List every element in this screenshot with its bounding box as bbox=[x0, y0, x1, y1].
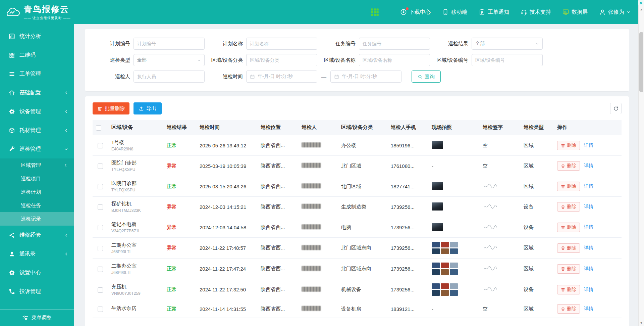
inspect-result-select[interactable]: 全部 bbox=[472, 38, 543, 50]
sidebar-item-settings[interactable]: 设置中心 bbox=[0, 263, 74, 282]
sidebar-item-device[interactable]: 设备管理 bbox=[0, 102, 74, 121]
photo-thumb[interactable] bbox=[432, 248, 440, 254]
row-checkbox[interactable] bbox=[98, 287, 103, 293]
app-logo[interactable]: 青鸟报修云 —— 让企业维保更及时 —— bbox=[0, 4, 77, 20]
device-no-input[interactable] bbox=[472, 54, 543, 66]
detail-link[interactable]: 详情 bbox=[584, 204, 593, 209]
detail-link[interactable]: 详情 bbox=[584, 224, 593, 230]
delete-button[interactable]: 删除 bbox=[557, 182, 580, 191]
sidebar-item-contacts[interactable]: 通讯录 bbox=[0, 244, 74, 263]
sidebar-item-inspection[interactable]: 巡检管理 bbox=[0, 140, 74, 158]
sidebar-item-stats[interactable]: 统计分析 bbox=[0, 27, 74, 46]
search-button[interactable]: 查询 bbox=[412, 71, 441, 83]
detail-link[interactable]: 详情 bbox=[584, 266, 593, 271]
sidebar-subitem-inspect-records[interactable]: 巡检记录 bbox=[0, 212, 74, 226]
device-category-input[interactable] bbox=[246, 54, 317, 66]
photo-thumbnail[interactable] bbox=[432, 202, 443, 211]
row-checkbox[interactable] bbox=[98, 143, 103, 148]
photo-thumb[interactable] bbox=[432, 290, 440, 296]
batch-delete-button[interactable]: 批量删除 bbox=[93, 102, 129, 114]
delete-button[interactable]: 删除 bbox=[557, 202, 580, 212]
photo-thumb[interactable] bbox=[450, 269, 458, 275]
detail-link[interactable]: 详情 bbox=[584, 306, 593, 311]
photo-thumb[interactable] bbox=[441, 283, 449, 289]
nav-download-center[interactable]: 下载中心 bbox=[400, 9, 431, 16]
photo-thumb[interactable] bbox=[450, 248, 458, 254]
detail-link[interactable]: 详情 bbox=[584, 183, 593, 189]
row-checkbox[interactable] bbox=[98, 267, 103, 272]
photo-thumbnail[interactable] bbox=[432, 182, 443, 190]
refresh-button[interactable] bbox=[610, 103, 622, 114]
sidebar-item-complaints[interactable]: 投诉管理 bbox=[0, 282, 74, 301]
filter-label: 巡检时间 bbox=[207, 74, 243, 80]
row-checkbox[interactable] bbox=[98, 307, 103, 312]
photo-thumb[interactable] bbox=[432, 263, 440, 268]
photo-thumb[interactable] bbox=[450, 263, 458, 268]
page-scrollbar[interactable]: ▲ ▼ bbox=[638, 0, 644, 326]
scroll-up-arrow[interactable]: ▲ bbox=[639, 6, 644, 12]
photo-thumbnails[interactable] bbox=[432, 242, 458, 254]
photo-thumb[interactable] bbox=[432, 242, 440, 247]
photo-thumbnails[interactable] bbox=[432, 263, 458, 275]
inspect-type-select[interactable]: 全部 bbox=[133, 54, 205, 66]
photo-thumb[interactable] bbox=[441, 263, 449, 268]
sidebar-item-consumable[interactable]: 耗材管理 bbox=[0, 121, 74, 140]
photo-thumbnail[interactable] bbox=[432, 223, 443, 231]
detail-link[interactable]: 详情 bbox=[584, 163, 593, 168]
nav-user[interactable]: 张修为 bbox=[599, 9, 631, 16]
sidebar-subitem-inspect-items[interactable]: 巡检项目 bbox=[0, 172, 74, 185]
sidebar-item-workorder[interactable]: 工单管理 bbox=[0, 64, 74, 83]
inspector-input[interactable] bbox=[133, 71, 205, 83]
inspect-time-start-input[interactable]: 年-月-日 时:分:秒 bbox=[246, 71, 317, 83]
device-name-input[interactable] bbox=[359, 54, 430, 66]
menu-adjust-button[interactable]: 菜单调整 bbox=[0, 309, 74, 326]
sidebar-subitem-inspect-tasks[interactable]: 巡检任务 bbox=[0, 199, 74, 212]
photo-thumb[interactable] bbox=[441, 242, 449, 247]
row-checkbox[interactable] bbox=[98, 164, 103, 169]
delete-button[interactable]: 删除 bbox=[557, 223, 580, 232]
photo-thumbnail[interactable] bbox=[432, 141, 443, 149]
close-icon[interactable]: ✕ bbox=[638, 0, 643, 5]
sidebar-item-qrcode[interactable]: 二维码 bbox=[0, 46, 74, 64]
row-checkbox[interactable] bbox=[98, 184, 103, 189]
photo-thumb[interactable] bbox=[432, 283, 440, 289]
photo-thumb[interactable] bbox=[441, 290, 449, 296]
delete-button[interactable]: 删除 bbox=[557, 161, 580, 171]
select-all-checkbox[interactable] bbox=[96, 125, 101, 131]
sidebar-item-base-config[interactable]: 基础配置 bbox=[0, 83, 74, 102]
nav-workorder-notice[interactable]: 工单通知 bbox=[479, 9, 509, 16]
photo-thumb[interactable] bbox=[441, 269, 449, 275]
scroll-down-arrow[interactable]: ▼ bbox=[639, 320, 644, 326]
row-checkbox[interactable] bbox=[98, 246, 103, 251]
delete-button[interactable]: 删除 bbox=[557, 264, 580, 274]
photo-thumb[interactable] bbox=[450, 283, 458, 289]
detail-link[interactable]: 详情 bbox=[584, 245, 593, 250]
photo-thumb[interactable] bbox=[441, 248, 449, 254]
delete-button[interactable]: 删除 bbox=[557, 304, 580, 314]
sidebar-item-repair-exp[interactable]: 维修经验 bbox=[0, 226, 74, 244]
detail-link[interactable]: 详情 bbox=[584, 287, 593, 292]
device-code: J68P93LTI bbox=[111, 249, 160, 254]
row-checkbox[interactable] bbox=[98, 204, 103, 210]
sidebar-subitem-inspect-plans[interactable]: 巡检计划 bbox=[0, 185, 74, 199]
delete-button[interactable]: 删除 bbox=[557, 141, 580, 150]
row-checkbox[interactable] bbox=[98, 225, 103, 230]
plan-name-input[interactable] bbox=[246, 38, 317, 50]
photo-thumb[interactable] bbox=[450, 290, 458, 296]
nav-mobile[interactable]: 移动端 bbox=[442, 9, 467, 16]
detail-link[interactable]: 详情 bbox=[584, 142, 593, 148]
delete-button[interactable]: 删除 bbox=[557, 285, 580, 294]
scrollbar-thumb[interactable] bbox=[639, 32, 643, 92]
photo-thumb[interactable] bbox=[450, 242, 458, 247]
photo-thumb[interactable] bbox=[432, 269, 440, 275]
delete-button[interactable]: 删除 bbox=[557, 243, 580, 253]
nav-apps[interactable] bbox=[370, 8, 379, 17]
export-button[interactable]: 导出 bbox=[133, 102, 162, 114]
plan-no-input[interactable] bbox=[133, 38, 205, 50]
photo-thumbnails[interactable] bbox=[432, 283, 458, 296]
inspect-time-end-input[interactable]: 年-月-日 时:分:秒 bbox=[330, 71, 401, 83]
sidebar-subitem-area-mgmt[interactable]: 区域管理 bbox=[0, 158, 74, 172]
task-no-input[interactable] bbox=[359, 38, 430, 50]
nav-data-screen[interactable]: 数据屏 bbox=[562, 9, 588, 16]
nav-tech-support[interactable]: 技术支持 bbox=[521, 9, 551, 16]
